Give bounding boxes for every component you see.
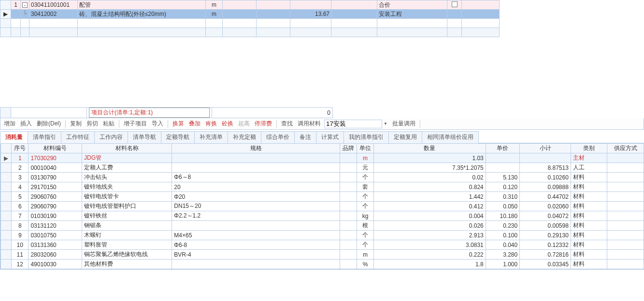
column-header[interactable]: 材料编号 [29, 144, 82, 153]
tab-工作特征[interactable]: 工作特征 [61, 131, 95, 143]
tab-补充定额[interactable]: 补充定额 [228, 131, 261, 143]
toolbar-叠加[interactable]: 叠加 [187, 119, 202, 128]
toolbar-增加[interactable]: 增加 [2, 119, 17, 128]
tab-清单指引[interactable]: 清单指引 [28, 131, 61, 143]
toolbar: 增加插入删除(Del)复制剪切粘贴增子项目导入换算叠加肯换砼换超高停滞费查找调用… [0, 118, 644, 130]
material-row[interactable]: 701030190镀锌铁丝Φ2.2～1.2kg0.00410.1800.0407… [1, 211, 644, 221]
toolbar-batch[interactable]: 批量调用 [391, 119, 417, 128]
tab-定额复用[interactable]: 定额复用 [388, 131, 422, 143]
material-row[interactable]: 1003131360塑料胀管Φ6-8个3.08310.0400.12332材料 [1, 240, 644, 250]
material-row[interactable]: ▶117030290JDG管m1.03主材 [1, 153, 644, 163]
material-row[interactable]: 1249010030其他材料费%1.81.0000.03345材料 [1, 260, 644, 269]
summary-value: 0 [212, 108, 333, 118]
tab-计算式[interactable]: 计算式 [316, 131, 344, 143]
column-header[interactable]: 数量 [374, 144, 486, 153]
column-header[interactable]: 类别 [571, 144, 607, 153]
tab-strip: 消耗量清单指引工作特征工作内容清单导航定额导航补充清单补充定额综合单价备注计算式… [0, 131, 644, 143]
column-header[interactable]: 供应方式 [607, 144, 644, 153]
column-header[interactable]: 小计 [520, 144, 571, 153]
toolbar-肯换[interactable]: 肯换 [204, 119, 218, 128]
material-row[interactable]: 429170150镀锌地线夹20套0.8240.1200.09888材料 [1, 182, 644, 192]
tab-相同清单组价应用[interactable]: 相同清单组价应用 [422, 131, 479, 143]
top-row[interactable]: 1-030411001001配管m合价 [0, 0, 500, 10]
column-header[interactable]: 单位 [357, 144, 373, 153]
tab-补充清单[interactable]: 补充清单 [194, 131, 228, 143]
tab-清单导航[interactable]: 清单导航 [128, 131, 161, 143]
column-header[interactable]: 单价 [486, 144, 519, 153]
toolbar-查找[interactable]: 查找 [280, 119, 294, 128]
toolbar-删除(Del)[interactable]: 删除(Del) [35, 119, 62, 128]
collapse-icon[interactable]: - [22, 2, 28, 8]
toolbar-粘贴[interactable]: 粘贴 [101, 119, 116, 128]
tab-备注[interactable]: 备注 [294, 131, 316, 143]
material-lookup-input[interactable] [324, 120, 382, 128]
tree-branch-icon: └ [23, 11, 27, 17]
toolbar-停滞费[interactable]: 停滞费 [253, 119, 273, 128]
material-consumption-grid[interactable]: 序号材料编号材料名称规格品牌单位数量单价小计类别供应方式▶117030290JD… [0, 143, 644, 269]
material-row[interactable]: 303130790冲击钻头Φ6～8个0.025.1300.10260材料 [1, 173, 644, 182]
column-header[interactable]: 规格 [172, 144, 340, 153]
toolbar-复制[interactable]: 复制 [69, 119, 83, 128]
row-pointer-icon: ▶ [3, 11, 8, 17]
material-row[interactable]: 1128032060铜芯聚氯乙烯绝缘软电线BVR-4m0.2223.2800.7… [1, 250, 644, 260]
tab-消耗量[interactable]: 消耗量 [0, 131, 28, 143]
tab-工作内容[interactable]: 工作内容 [94, 131, 128, 143]
summary-label: 项目合计(清单:1,定额:1) [89, 108, 210, 118]
checkbox[interactable] [452, 1, 458, 7]
top-row[interactable] [0, 28, 500, 37]
column-header[interactable]: 品牌 [340, 144, 357, 153]
toolbar-插入[interactable]: 插入 [19, 119, 33, 128]
toolbar-换算[interactable]: 换算 [171, 119, 186, 128]
material-row[interactable]: 200010040定额人工费元7.35*1.20758.87513人工 [1, 163, 644, 173]
toolbar-超高[interactable]: 超高 [237, 119, 251, 128]
row-pointer-icon: ▶ [4, 155, 8, 162]
top-item-grid[interactable]: 1-030411001001配管m合价▶└30412002砖、混凝土结构明配(外… [0, 0, 500, 37]
dropdown-arrow-icon[interactable]: ▼ [382, 122, 389, 126]
toolbar-增子项目[interactable]: 增子项目 [122, 119, 148, 128]
toolbar-导入[interactable]: 导入 [150, 119, 165, 128]
tab-综合单价[interactable]: 综合单价 [261, 131, 295, 143]
material-row[interactable]: 803131120钢锯条根0.0260.2300.00598材料 [1, 221, 644, 231]
top-row[interactable]: ▶└30412002砖、混凝土结构明配(外径≤20mm)m13.67安装工程 [0, 10, 500, 19]
tab-定额导航[interactable]: 定额导航 [161, 131, 195, 143]
toolbar-砼换[interactable]: 砼换 [220, 119, 235, 128]
material-row[interactable]: 629060790镀锌电线管塑料护口DN15～20个0.4120.0500.02… [1, 202, 644, 211]
toolbar-剪切[interactable]: 剪切 [85, 119, 100, 128]
top-row[interactable] [0, 19, 500, 28]
material-row[interactable]: 529060760镀锌电线管卡Φ20个1.4420.3100.44702材料 [1, 192, 644, 202]
summary-bar: 项目合计(清单:1,定额:1) 0 [0, 107, 333, 118]
column-header[interactable]: 材料名称 [82, 144, 172, 153]
material-row[interactable]: 903010750木螺钉M4×65个2.9130.1000.29130材料 [1, 231, 644, 240]
tab-我的清单指引[interactable]: 我的清单指引 [343, 131, 389, 143]
column-header[interactable]: 序号 [12, 144, 29, 153]
toolbar-调用材料[interactable]: 调用材料 [296, 119, 322, 128]
